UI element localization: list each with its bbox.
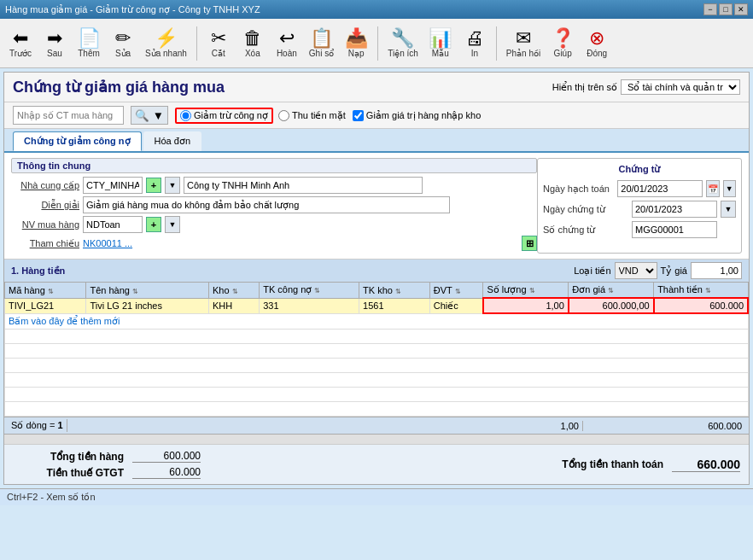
toolbar-post-label: Ghi sổ [309,49,334,58]
tong-tien-hang-label: Tổng tiền hàng [13,451,124,463]
toolbar-load-label: Nạp [348,49,365,58]
dien-giai-input[interactable] [83,196,450,213]
col-dvt: ĐVT ⇅ [429,283,483,299]
search-button[interactable]: 🔍 ▼ [131,106,168,125]
toolbar-utility[interactable]: 🔧 Tiện ích [384,26,422,61]
toolbar-help[interactable]: ❓ Giúp [547,26,578,61]
cell-dvt: Chiếc [429,298,483,313]
table-row[interactable]: TIVI_LG21 Tivi LG 21 inches KHH 331 1561… [5,298,749,313]
checkbox-giam-gia-input[interactable] [353,110,364,121]
loai-tien-select[interactable]: VND [615,262,657,279]
cell-don-gia: 600.000,00 [569,298,654,313]
minimize-button[interactable]: − [703,3,717,15]
totals-right: Tổng tiền thanh toán 660.000 [552,458,740,472]
nv-mua-hang-input[interactable] [83,216,143,233]
horizontal-scrollbar[interactable] [4,434,749,444]
toolbar-quick-edit[interactable]: ⚡ Sửa nhanh [142,26,190,61]
toolbar-help-label: Giúp [554,49,572,58]
display-label: Hiển thị trên số [552,82,617,93]
toolbar-feedback[interactable]: ✉ Phản hồi [503,26,544,61]
tab-chung-tu[interactable]: Chứng từ giảm công nợ [13,131,142,151]
tab-hoa-don[interactable]: Hóa đơn [143,131,201,151]
nv-mua-hang-dropdown[interactable]: ▼ [165,216,180,233]
ngay-hach-toan-input[interactable] [617,180,703,197]
nha-cung-cap-name-input[interactable] [184,177,423,194]
toolbar-cancel[interactable]: ↩ Hoàn [271,26,302,61]
add-new-row[interactable]: Bấm vào đây để thêm mới [5,313,749,330]
tham-chieu-extra-btn[interactable]: ⊞ [522,236,537,251]
form-area: Thông tin chung Nhà cung cấp + ▼ Diễn gi… [4,153,749,260]
toolbar-print[interactable]: 🖨 In [459,26,490,61]
chung-tu-title: Chứng từ [543,164,736,175]
table-footer: Số dòng = 1 1,00 600.000 [4,417,749,434]
radio-thu-tien-label: Thu tiền mặt [292,110,346,121]
form-right: Chứng từ Ngày hạch toán 📅 ▼ Ngày chứng t… [537,158,742,254]
col-so-luong: Số lượng ⇅ [483,283,569,299]
checkbox-giam-gia-label: Giảm giá trị hàng nhập kho [366,110,481,121]
tham-chieu-label: Tham chiếu [11,238,79,249]
utility-icon: 🔧 [391,29,414,48]
ngay-hach-toan-picker[interactable]: 📅 [706,180,719,197]
toolbar-cut[interactable]: ✂ Cắt [203,26,234,61]
toolbar-close[interactable]: ⊗ Đóng [581,26,612,61]
nha-cung-cap-add-btn[interactable]: + [146,178,161,193]
loai-tien-area: Loại tiền VND Tỷ giá [574,262,742,279]
toolbar-close-label: Đóng [587,49,607,58]
toolbar-forward[interactable]: ➡ Sau [39,26,70,61]
tong-tien-thanh-toan-row: Tổng tiền thanh toán 660.000 [552,458,740,472]
page-title: Chứng từ giảm giá hàng mua [13,78,225,96]
cell-kho: KHH [208,298,259,313]
title-bar: Hàng mua giảm giá - Giảm trừ công nợ - C… [0,0,753,19]
tham-chieu-link[interactable]: NK00011 ... [83,238,132,248]
toolbar-template[interactable]: 📊 Mẫu [425,26,456,61]
toolbar-back-label: Trước [9,49,32,58]
toolbar-print-label: In [471,49,478,58]
add-new-label[interactable]: Bấm vào đây để thêm mới [5,313,749,330]
radio-giam-tru[interactable]: Giảm trừ công nợ [175,108,273,124]
toolbar-feedback-label: Phản hồi [506,49,540,58]
window-controls[interactable]: − □ ✕ [703,3,748,15]
tong-tien-hang-value: 600.000 [132,450,201,463]
ngay-hach-toan-dropdown[interactable]: ▼ [723,180,736,197]
radio-group: Giảm trừ công nợ Thu tiền mặt [175,108,346,124]
toolbar-sep-1 [196,26,197,61]
quick-edit-icon: ⚡ [155,29,178,48]
template-icon: 📊 [429,29,452,48]
ngay-chung-tu-input[interactable] [632,201,717,218]
toolbar-post[interactable]: 📋 Ghi sổ [306,26,337,61]
checkbox-giam-gia[interactable]: Giảm giá trị hàng nhập kho [353,110,481,121]
nha-cung-cap-code-input[interactable] [83,177,143,194]
toolbar-edit[interactable]: ✏ Sửa [108,26,138,61]
toolbar-delete[interactable]: 🗑 Xóa [237,26,268,61]
col-don-gia: Đơn giá ⇅ [569,283,654,299]
maximize-button[interactable]: □ [719,3,733,15]
nha-cung-cap-dropdown[interactable]: ▼ [165,177,180,194]
empty-row-6 [5,402,749,417]
toolbar-sep-3 [496,26,497,61]
ngay-chung-tu-dropdown[interactable]: ▼ [721,201,736,218]
search-input[interactable] [13,106,124,125]
dien-giai-row: Diễn giải [11,196,537,213]
nha-cung-cap-label: Nhà cung cấp [11,180,79,191]
col-tk-kho: TK kho ⇅ [359,283,430,299]
delete-icon: 🗑 [243,29,262,48]
toolbar-forward-label: Sau [47,49,62,58]
display-select[interactable]: Sổ tài chính và quản tr [621,79,740,95]
toolbar-template-label: Mẫu [432,49,449,58]
toolbar-back[interactable]: ⬅ Trước [5,26,36,61]
data-table-wrapper: Mã hàng ⇅ Tên hàng ⇅ Kho ⇅ TK công nợ ⇅ … [4,282,749,417]
radio-thu-tien[interactable]: Thu tiền mặt [278,110,346,121]
empty-row-5 [5,388,749,402]
toolbar-new[interactable]: 📄 Thêm [73,26,104,61]
toolbar-load[interactable]: 📥 Nạp [341,26,371,61]
status-text: Ctrl+F2 - Xem số tồn [7,492,96,503]
nv-mua-hang-add-btn[interactable]: + [146,217,161,232]
ngay-chung-tu-row: Ngày chứng từ ▼ [543,201,736,218]
so-chung-tu-input[interactable] [632,221,717,238]
ty-gia-input[interactable] [691,262,742,279]
toolbar-new-label: Thêm [78,49,100,58]
empty-row-4 [5,373,749,388]
toolbar-delete-label: Xóa [245,49,260,58]
close-window-button[interactable]: ✕ [734,3,748,15]
page-title-row: Chứng từ giảm giá hàng mua Hiển thị trên… [4,73,749,102]
